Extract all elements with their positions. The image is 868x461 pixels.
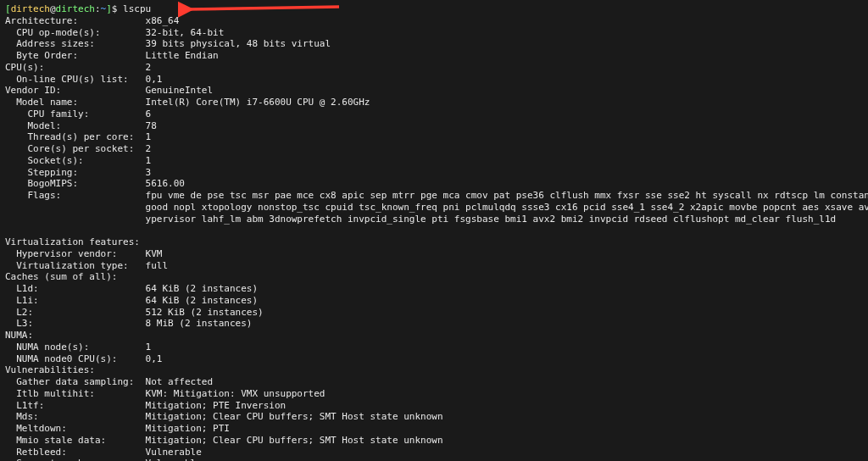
lscpu-output: Architecture: x86_64 CPU op-mode(s): 32-… xyxy=(5,15,868,461)
terminal-output[interactable]: [dirtech@dirtech:~]$ lscpu Architecture:… xyxy=(0,0,868,461)
prompt-line-top: [dirtech@dirtech:~]$ lscpu xyxy=(5,3,151,14)
command-text: lscpu xyxy=(123,3,151,14)
